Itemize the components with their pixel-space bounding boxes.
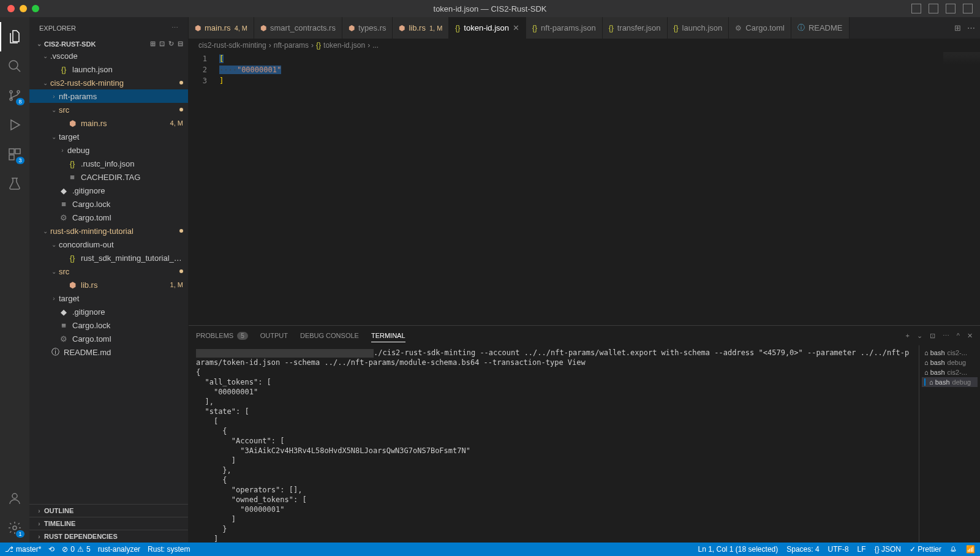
search-activity[interactable] [0,51,29,81]
folder-item[interactable]: ⌄cis2-rust-sdk-minting [29,76,188,89]
file-item[interactable]: ≡CACHEDIR.TAG [29,170,188,184]
svg-point-8 [13,526,17,530]
terminal-list-item[interactable]: ⌂ bash cis2-... [922,367,978,377]
new-terminal-icon[interactable]: + [905,332,909,340]
editor-tab[interactable]: ⬢types.rs [342,17,393,39]
file-item[interactable]: ⚙Cargo.toml [29,211,188,224]
more-tab-actions-icon[interactable]: ⋯ [967,23,975,32]
chevron-right-icon: › [34,508,44,514]
editor-tab[interactable]: ⬢smart_contracts.rs [254,17,342,39]
extensions-activity[interactable]: 3 [0,140,29,169]
folder-item[interactable]: ⌄src [29,103,188,116]
cursor-position-status[interactable]: Ln 1, Col 1 (18 selected) [698,545,778,554]
indentation-status[interactable]: Spaces: 4 [786,545,819,554]
maximize-panel-icon[interactable]: ^ [957,332,960,340]
accounts-activity[interactable] [0,484,29,513]
folder-item[interactable]: ⌄rust-sdk-minting-tutorial [29,224,188,238]
chevron-right-icon: › [34,533,44,540]
file-item[interactable]: {}launch.json [29,62,188,76]
minimize-window-button[interactable] [20,5,27,12]
terminal-list-item[interactable]: ⌂ bash debug [922,377,978,387]
editor-content[interactable]: 123 [ ····"00000001" ] [189,52,980,325]
folder-item[interactable]: ›debug [29,143,188,157]
close-panel-icon[interactable]: ✕ [967,332,973,340]
eol-status[interactable]: LF [858,545,866,554]
timeline-section[interactable]: › TIMELINE [29,517,188,530]
editor-tab[interactable]: {}launch.json [668,17,729,39]
problems-tab[interactable]: PROBLEMS 5 [196,332,248,340]
new-folder-icon[interactable]: ⊡ [159,40,165,48]
file-item[interactable]: {}.rustc_info.json [29,157,188,170]
maximize-window-button[interactable] [32,5,39,12]
feedback-icon[interactable]: 🕭 [950,545,957,554]
terminal-dropdown-icon[interactable]: ⌄ [917,332,922,340]
terminal-tab[interactable]: TERMINAL [371,332,405,342]
sync-status[interactable]: ⟲ [48,545,55,554]
editor-tab[interactable]: ⬢lib.rs 1, M [393,17,449,39]
split-editor-icon[interactable]: ⊞ [954,23,961,32]
editor-tab[interactable]: {}nft-params.json [526,17,603,39]
folder-item[interactable]: ⌄.vscode [29,49,188,62]
testing-activity[interactable] [0,169,29,198]
toggle-panel-icon[interactable] [929,4,938,13]
terminal-output[interactable]: ./cis2-rust-sdk-minting --account ../../… [189,345,919,543]
editor-tab[interactable]: ⓘREADME [791,17,850,39]
new-file-icon[interactable]: ⊞ [150,40,156,48]
file-item[interactable]: ◆.gitignore [29,305,188,318]
code-area[interactable]: [ ····"00000001" ] [219,52,980,325]
notifications-icon[interactable]: 📶 [966,545,975,554]
outline-section[interactable]: › OUTLINE [29,504,188,517]
file-item[interactable]: ⚙Cargo.toml [29,332,188,345]
folder-item[interactable]: ⌄target [29,130,188,143]
file-item[interactable]: ◆.gitignore [29,184,188,197]
explorer-activity[interactable] [0,22,29,51]
rust-analyzer-status[interactable]: rust-analyzer [98,545,140,554]
window-controls [7,5,39,12]
collapse-icon[interactable]: ⊟ [178,40,183,48]
editor-tab[interactable]: {}transfer.json [603,17,668,39]
problems-badge: 5 [237,332,248,340]
file-item[interactable]: {}rust_sdk_minting_tutorial_schema.json [29,251,188,265]
terminal-list-item[interactable]: ⌂ bash cis2-... [922,348,978,358]
file-item[interactable]: ≡Cargo.lock [29,318,188,332]
source-control-activity[interactable]: 8 [0,81,29,110]
errors-warnings-status[interactable]: ⊘0 ⚠5 [62,545,90,554]
folder-item[interactable]: ›nft-params [29,89,188,103]
sidebar-more-icon[interactable]: ⋯ [172,24,178,32]
prettier-status[interactable]: ✓ Prettier [910,545,941,554]
terminal-list-item[interactable]: ⌂ bash debug [922,358,978,367]
editor-tab[interactable]: {}token-id.json ✕ [449,17,526,39]
close-tab-icon[interactable]: ✕ [513,23,519,32]
folder-item[interactable]: ⌄concordium-out [29,238,188,251]
language-mode-status[interactable]: {} JSON [875,545,901,554]
minimap[interactable] [943,52,980,64]
output-tab[interactable]: OUTPUT [260,332,288,339]
refresh-icon[interactable]: ↻ [168,40,174,48]
encoding-status[interactable]: UTF-8 [828,545,849,554]
file-item[interactable]: ⬢lib.rs1, M [29,278,188,291]
split-terminal-icon[interactable]: ⊡ [930,332,935,340]
settings-activity[interactable]: 1 [0,513,29,543]
toggle-primary-sidebar-icon[interactable] [911,4,921,13]
git-branch-status[interactable]: ⎇ master* [5,545,41,554]
file-item[interactable]: ⓘREADME.md [29,345,188,359]
breadcrumb[interactable]: cis2-rust-sdk-minting› nft-params› {}tok… [189,39,980,52]
folder-item[interactable]: ›target [29,291,188,305]
scm-badge: 8 [16,98,24,105]
toggle-secondary-sidebar-icon[interactable] [946,4,956,13]
line-gutter: 123 [189,52,219,325]
file-item[interactable]: ⬢main.rs4, M [29,116,188,130]
activity-bar: 8 3 1 [0,17,29,543]
project-header[interactable]: ⌄ CIS2-RUST-SDK ⊞ ⊡ ↻ ⊟ [29,39,188,49]
debug-console-tab[interactable]: DEBUG CONSOLE [300,332,359,339]
kill-terminal-icon[interactable]: ⋯ [943,332,949,340]
editor-tab[interactable]: ⚙Cargo.toml [729,17,791,39]
editor-tab[interactable]: ⬢main.rs 4, M [189,17,254,39]
rust-toolchain-status[interactable]: Rust: system [148,545,190,554]
file-item[interactable]: ≡Cargo.lock [29,197,188,211]
close-window-button[interactable] [7,5,15,12]
folder-item[interactable]: ⌄src [29,265,188,278]
customize-layout-icon[interactable] [963,4,973,13]
run-debug-activity[interactable] [0,110,29,140]
rust-deps-section[interactable]: › RUST DEPENDENCIES [29,530,188,543]
